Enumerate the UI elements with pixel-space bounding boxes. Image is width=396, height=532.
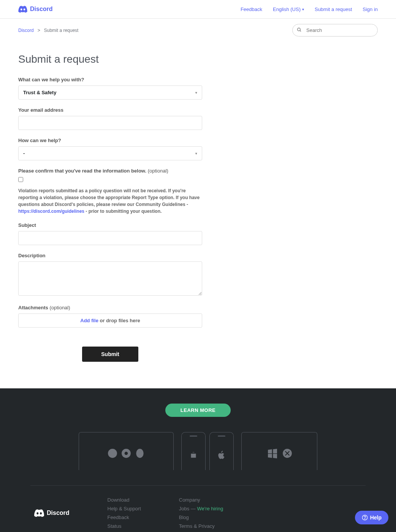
input-subject[interactable] [18,231,202,245]
discord-icon [18,6,27,13]
label-email: Your email address [18,107,202,113]
macos-icon [282,448,292,458]
footer-logo[interactable]: Discord [34,497,70,529]
main-content: Submit a request What can we help you wi… [0,42,220,388]
caret-icon: ▾ [195,91,197,95]
field-description: Description [18,253,202,297]
dropzone-attachments[interactable]: Add file or drop files here [18,314,202,328]
footer-link-status[interactable]: Status [108,523,141,529]
select-help-with-value: Trust & Safety [23,90,56,95]
breadcrumb-sep [35,28,38,33]
breadcrumb: Discord > Submit a request [18,28,78,33]
field-subject: Subject [18,222,202,245]
breadcrumb-sep-char: > [38,28,40,33]
nav-signin[interactable]: Sign in [363,6,378,12]
help-widget-label: Help [370,515,382,521]
label-attachments-text: Attachments [18,305,48,310]
nav-feedback[interactable]: Feedback [241,6,262,12]
svg-point-5 [136,449,144,458]
field-confirm: Please confirm that you've read the info… [18,168,202,215]
link-add-file[interactable]: Add file [80,318,98,323]
sub-header: Discord > Submit a request [0,19,396,42]
svg-point-2 [108,449,117,458]
chevron-down-icon: ▾ [302,7,304,11]
nav-submit-request[interactable]: Submit a request [315,6,352,12]
opera-icon [135,448,145,458]
nav-language-label: English (US) [273,6,301,12]
apple-icon [217,450,227,460]
header: Discord Feedback English (US) ▾ Submit a… [0,0,396,19]
field-how-help: How can we help? - ▾ [18,138,202,160]
chrome-icon [121,448,131,458]
footer-link-jobs[interactable]: Jobs — We're hiring [179,506,223,511]
footer-col-1: Download Help & Support Feedback Status [108,497,141,529]
label-how-help: How can we help? [18,138,202,143]
nav-language[interactable]: English (US) ▾ [273,6,304,12]
field-help-with: What can we help you with? Trust & Safet… [18,77,202,100]
label-attachments-optional: (optional) [49,305,70,310]
dropzone-text: or drop files here [98,318,140,323]
footer-brand-text: Discord [47,510,70,516]
discord-icon [34,509,44,517]
field-email: Your email address [18,107,202,130]
search-input[interactable] [292,24,378,36]
breadcrumb-root[interactable]: Discord [18,28,34,33]
help-widget[interactable]: Help [355,511,388,524]
footer-link-help[interactable]: Help & Support [108,506,141,511]
device-android [181,432,206,470]
device-showcase [30,432,366,486]
svg-line-1 [300,30,301,32]
device-browser [79,432,174,470]
svg-point-4 [125,451,128,455]
footer-col-2: Company Jobs — We're hiring Blog Terms &… [179,497,223,529]
learn-more-button[interactable]: LEARN MORE [165,404,231,417]
android-icon [188,450,198,460]
confirm-info: Violation reports submitted as a policy … [18,187,202,215]
footer-jobs-text: Jobs — [179,506,197,511]
footer: LEARN MORE Discord Download Help & [0,388,396,532]
checkbox-confirm[interactable] [18,177,23,182]
brand-logo[interactable]: Discord [18,6,53,13]
footer-link-download[interactable]: Download [108,497,141,503]
header-nav: Feedback English (US) ▾ Submit a request… [241,6,378,12]
caret-icon: ▾ [195,152,197,155]
label-subject: Subject [18,222,202,228]
submit-row: Submit [18,347,202,362]
breadcrumb-current: Submit a request [44,28,79,33]
breadcrumb-sep2 [41,28,44,33]
footer-columns: Discord Download Help & Support Feedback… [0,497,396,529]
device-desktop [241,432,317,470]
brand-text: Discord [30,6,53,13]
label-confirm-text: Please confirm that you've read the info… [18,168,146,174]
confirm-info-post: - prior to submitting your question. [84,209,162,214]
select-how-help-value: - [23,150,25,156]
firefox-icon [108,448,117,458]
search-wrap [292,24,378,36]
footer-link-feedback[interactable]: Feedback [108,515,141,520]
footer-link-terms[interactable]: Terms & Privacy [179,523,223,529]
checkbox-confirm-wrap [18,177,202,184]
select-how-help[interactable]: - ▾ [18,146,202,160]
help-icon [362,515,368,521]
footer-link-company[interactable]: Company [179,497,223,503]
label-description: Description [18,253,202,258]
confirm-info-link[interactable]: https://discord.com/guidelines [18,209,84,214]
label-attachments: Attachments (optional) [18,305,202,310]
svg-point-7 [194,453,195,453]
svg-point-6 [192,453,193,453]
textarea-description[interactable] [18,261,202,296]
learn-more-wrap: LEARN MORE [0,404,396,417]
field-attachments: Attachments (optional) Add file or drop … [18,305,202,328]
confirm-info-pre: Violation reports submitted as a policy … [18,188,200,207]
svg-point-10 [364,519,365,519]
page-title: Submit a request [18,53,202,65]
svg-point-0 [298,28,301,31]
select-help-with[interactable]: Trust & Safety ▾ [18,86,202,100]
input-email[interactable] [18,116,202,130]
device-apple [209,432,234,470]
footer-link-blog[interactable]: Blog [179,515,223,520]
device-mobile-group [181,432,234,470]
submit-button[interactable]: Submit [82,347,138,362]
label-help-with: What can we help you with? [18,77,202,82]
label-confirm: Please confirm that you've read the info… [18,168,202,174]
